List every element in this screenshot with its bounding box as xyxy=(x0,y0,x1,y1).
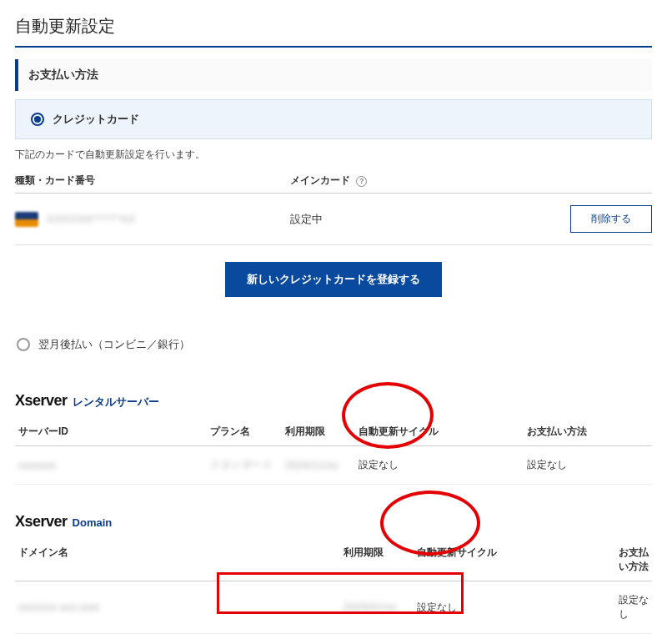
radio-selected-icon[interactable] xyxy=(31,113,44,126)
payment-credit-card-box[interactable]: クレジットカード xyxy=(15,99,652,139)
col-domain-name: ドメイン名 xyxy=(18,546,344,574)
col-domain-period: 利用期限 xyxy=(344,546,402,574)
col-domain-cycle: 自動更新サイクル xyxy=(402,546,619,574)
col-server-pay: お支払い方法 xyxy=(527,425,649,439)
brand-domain: Xserver Domain xyxy=(15,513,652,531)
domain-pay-value: 設定なし xyxy=(619,593,649,621)
delete-card-button[interactable]: 削除する xyxy=(570,205,652,233)
col-main-label: メインカード ? xyxy=(290,174,532,188)
col-server-plan: プラン名 xyxy=(210,425,285,439)
server-plan-value: スタンダード xyxy=(210,459,273,470)
brand-sub-domain: Domain xyxy=(73,516,113,529)
col-type-label: 種類・カード番号 xyxy=(15,174,290,188)
server-table-row: xxxxxxx スタンダード 2024/11/xx 設定なし 設定なし xyxy=(15,446,652,485)
domain-cycle-value: 設定なし xyxy=(402,601,619,615)
help-icon[interactable]: ? xyxy=(356,176,367,187)
server-period-value: 2024/11/xx xyxy=(285,460,339,471)
card-description: 下記のカードで自動更新設定を行います。 xyxy=(15,148,652,162)
card-brand-icon xyxy=(15,212,38,227)
page-title: 自動更新設定 xyxy=(15,15,652,48)
register-new-card-button[interactable]: 新しいクレジットカードを登録する xyxy=(225,262,442,297)
brand-name-domain: Xserver xyxy=(15,513,68,531)
domain-table-row: xxxxxxx-xxx.com 2025/01/xx 設定なし 設定なし xyxy=(15,581,652,634)
server-id-value: xxxxxxx xyxy=(18,460,57,471)
brand-sub-server: レンタルサーバー xyxy=(73,395,159,410)
pay-later-label: 翌月後払い（コンビニ／銀行） xyxy=(38,337,190,352)
card-table-header: 種類・カード番号 メインカード ? xyxy=(15,174,652,194)
col-server-cycle: 自動更新サイクル xyxy=(344,425,527,439)
card-table-row: XXXXXX******XX 設定中 削除する xyxy=(15,194,652,245)
col-domain-pay: お支払い方法 xyxy=(619,546,649,574)
col-server-period: 利用期限 xyxy=(285,425,344,439)
credit-card-label: クレジットカード xyxy=(53,112,139,127)
col-server-id: サーバーID xyxy=(18,425,210,439)
domain-name-value: xxxxxxx-xxx.com xyxy=(18,601,100,613)
card-number-masked: XXXXXX******XX xyxy=(47,213,136,225)
section-payment-method: お支払い方法 xyxy=(15,59,652,91)
brand-server: Xserver レンタルサーバー xyxy=(15,392,652,410)
brand-name: Xserver xyxy=(15,392,68,410)
domain-table-header: ドメイン名 利用期限 自動更新サイクル お支払い方法 xyxy=(15,539,652,581)
payment-later-option[interactable]: 翌月後払い（コンビニ／銀行） xyxy=(15,330,652,359)
server-pay-value: 設定なし xyxy=(527,458,649,472)
radio-unselected-icon[interactable] xyxy=(17,338,30,351)
card-main-status: 設定中 xyxy=(290,212,532,227)
server-cycle-value: 設定なし xyxy=(344,458,527,472)
domain-period-value: 2025/01/xx xyxy=(344,601,397,613)
server-table-header: サーバーID プラン名 利用期限 自動更新サイクル お支払い方法 xyxy=(15,418,652,446)
